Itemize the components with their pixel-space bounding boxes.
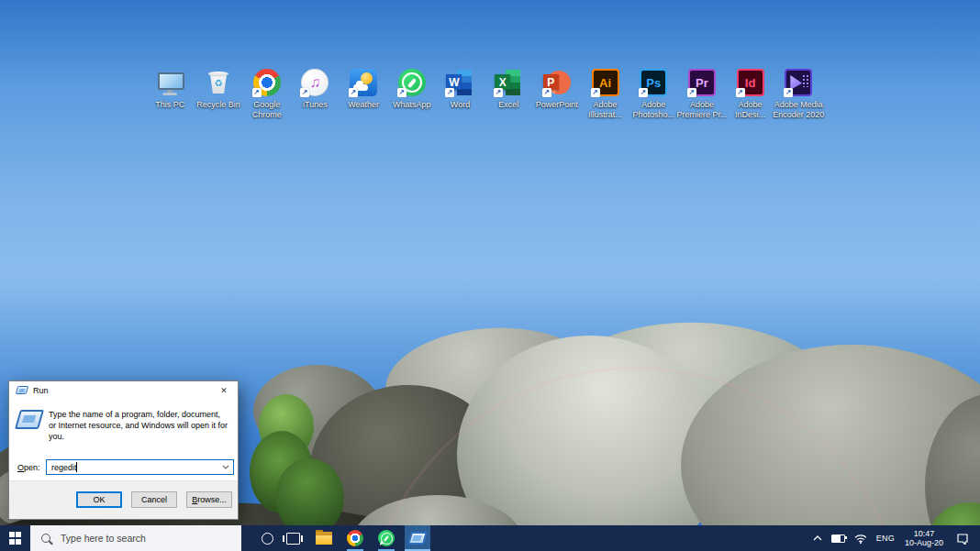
media-encoder-icon: ↗: [784, 68, 813, 97]
shortcut-arrow-icon: ↗: [736, 88, 745, 97]
icon-label: Adobe Media Encoder 2020: [772, 100, 825, 119]
cancel-button[interactable]: Cancel: [131, 491, 177, 508]
dialog-message: Type the name of a program, folder, docu…: [49, 408, 228, 442]
desktop-icon-weather[interactable]: ↗ Weather: [340, 68, 388, 119]
desktop-icon-adobe-premiere[interactable]: Pr ↗ Adobe Premiere Pr...: [678, 68, 727, 119]
monitor-screen: [158, 72, 184, 90]
shortcut-arrow-icon: ↗: [494, 88, 503, 97]
clock-date: 10-Aug-20: [905, 538, 943, 547]
run-dialog: Run ✕ Type the name of a program, folder…: [8, 380, 239, 520]
chevron-down-icon[interactable]: [218, 460, 233, 474]
shortcut-arrow-icon: ↗: [300, 88, 309, 97]
icon-label: Recycle Bin: [192, 100, 245, 110]
word-icon: W ↗: [445, 68, 474, 97]
icon-label: Word: [433, 100, 486, 110]
weather-icon: ↗: [349, 68, 378, 97]
ok-button[interactable]: OK: [76, 491, 122, 508]
task-view-icon: [286, 533, 300, 545]
icon-label: PowerPoint: [530, 100, 584, 110]
this-pc-icon: [155, 68, 184, 97]
monitor-base: [162, 93, 177, 95]
whatsapp-task-button[interactable]: [373, 525, 399, 551]
tray-chevron-up-icon[interactable]: [808, 525, 827, 551]
file-explorer-button[interactable]: [311, 525, 337, 551]
file-explorer-icon: [316, 532, 332, 545]
action-center-icon[interactable]: [949, 533, 976, 545]
dialog-message-row: Type the name of a program, folder, docu…: [9, 399, 238, 442]
chrome-icon: [347, 530, 363, 546]
powerpoint-icon: P ↗: [542, 68, 572, 97]
icon-label: WhatsApp: [385, 100, 439, 110]
clock-time: 10:47: [905, 529, 943, 538]
open-input[interactable]: [47, 461, 218, 473]
icon-label: Weather: [337, 100, 390, 110]
desktop-icon-adobe-illustrator[interactable]: Ai ↗ Adobe Illustrat...: [581, 68, 629, 119]
whatsapp-icon: ↗: [397, 68, 427, 97]
itunes-icon: ♫ ↗: [300, 68, 329, 97]
desktop-icon-adobe-indesign[interactable]: Id ↗ Adobe InDesi...: [726, 68, 774, 119]
desktop-icon-adobe-photoshop[interactable]: Ps ↗ Adobe Photosho...: [629, 68, 678, 119]
dot-spray: [802, 74, 809, 87]
shortcut-arrow-icon: ↗: [252, 88, 262, 97]
task-view-button[interactable]: [280, 525, 306, 551]
illustrator-icon: Ai ↗: [591, 68, 620, 97]
search-input[interactable]: [59, 532, 241, 545]
premiere-icon: Pr ↗: [687, 68, 717, 97]
open-row: Open:: [9, 459, 238, 475]
browse-button[interactable]: Browse...: [186, 491, 232, 508]
wifi-icon[interactable]: [850, 525, 872, 551]
dialog-button-strip: OK Cancel Browse...: [9, 480, 238, 519]
desktop-icon-powerpoint[interactable]: P ↗ PowerPoint: [533, 68, 582, 119]
search-icon: [41, 534, 50, 543]
shortcut-arrow-icon: ↗: [639, 88, 648, 97]
run-dialog-titlebar[interactable]: Run ✕: [9, 381, 238, 399]
chrome-icon: ↗: [252, 68, 282, 97]
icon-label: iTunes: [288, 100, 341, 110]
desktop-icon-word[interactable]: W ↗ Word: [436, 68, 484, 119]
shortcut-arrow-icon: ↗: [784, 88, 793, 97]
desktop-icon-whatsapp[interactable]: ↗ WhatsApp: [387, 68, 436, 119]
icon-label: Google Chrome: [240, 100, 294, 119]
system-tray: ENG 10:47 10-Aug-20: [808, 525, 980, 551]
desktop-icon-itunes[interactable]: ♫ ↗ iTunes: [291, 68, 340, 119]
shortcut-arrow-icon: ↗: [687, 88, 696, 97]
icon-label: Adobe Premiere Pr...: [675, 100, 729, 119]
recycle-symbol: ♻: [204, 78, 233, 88]
photoshop-icon: Ps ↗: [639, 68, 668, 97]
shortcut-arrow-icon: ↗: [349, 88, 358, 97]
text-caret: [76, 462, 77, 472]
start-button[interactable]: [0, 525, 30, 551]
taskbar-clock[interactable]: 10:47 10-Aug-20: [899, 529, 949, 547]
desktop-icon-this-pc[interactable]: This PC: [146, 68, 195, 119]
shortcut-arrow-icon: ↗: [397, 88, 406, 97]
language-indicator[interactable]: ENG: [872, 525, 899, 551]
whatsapp-icon: [378, 530, 395, 546]
recycle-bin-icon: ♻: [204, 68, 233, 97]
open-label: Open:: [17, 463, 46, 472]
desktop-icon-adobe-media-encoder[interactable]: ↗ Adobe Media Encoder 2020: [774, 68, 823, 119]
icon-label: Adobe Photosho...: [627, 100, 680, 119]
chrome-task-button[interactable]: [342, 525, 368, 551]
icon-label: Adobe InDesi...: [724, 100, 777, 119]
battery-icon[interactable]: [827, 525, 850, 551]
windows-desktop: This PC ♻ Recycle Bin ↗ Google Chrome ♫ …: [0, 0, 980, 551]
taskbar: ENG 10:47 10-Aug-20: [0, 525, 980, 551]
indesign-icon: Id ↗: [736, 68, 765, 97]
desktop-icon-row: This PC ♻ Recycle Bin ↗ Google Chrome ♫ …: [146, 68, 823, 119]
shortcut-arrow-icon: ↗: [542, 88, 551, 97]
icon-label: This PC: [143, 100, 196, 110]
run-window-icon: [17, 410, 41, 429]
bin-rim: [208, 72, 228, 76]
run-task-button[interactable]: [405, 525, 430, 551]
desktop-icon-excel[interactable]: X ↗ Excel: [484, 68, 533, 119]
close-icon[interactable]: ✕: [210, 381, 238, 399]
shortcut-arrow-icon: ↗: [591, 88, 600, 97]
cortana-button[interactable]: [254, 525, 280, 551]
desktop-icon-recycle-bin[interactable]: ♻ Recycle Bin: [195, 68, 243, 119]
run-window-icon: [409, 532, 426, 545]
excel-icon: X ↗: [494, 68, 523, 97]
icon-label: Adobe Illustrat...: [579, 100, 632, 119]
dialog-title: Run: [33, 386, 49, 395]
desktop-icon-google-chrome[interactable]: ↗ Google Chrome: [242, 68, 291, 119]
cortana-icon: [262, 533, 273, 545]
